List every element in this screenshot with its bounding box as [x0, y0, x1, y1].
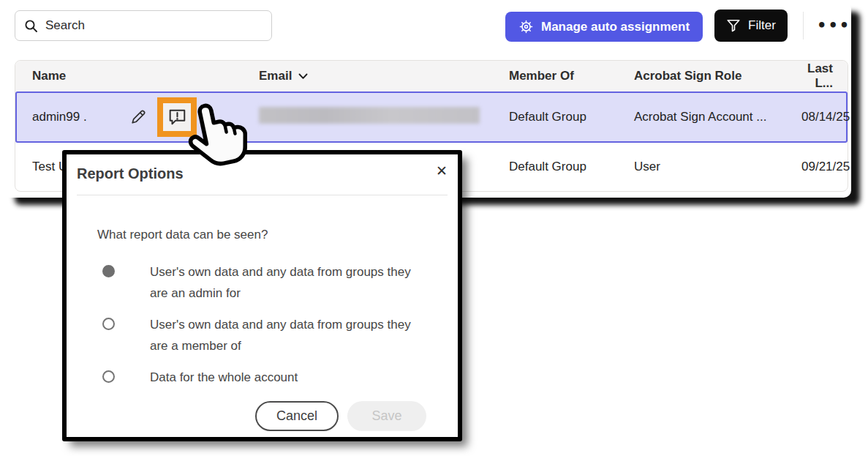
search-icon — [24, 19, 38, 33]
role-cell: User — [634, 160, 801, 174]
dialog-body: What report data can be seen? User's own… — [67, 195, 458, 388]
cancel-button[interactable]: Cancel — [255, 401, 339, 431]
column-header-last-login[interactable]: Last L... — [801, 61, 848, 91]
table-header-row: Name Email Member Of Acrobat Sign Role L… — [15, 61, 848, 91]
search-input[interactable] — [45, 18, 263, 33]
radio-label[interactable]: User's own data and any data from groups… — [150, 314, 415, 356]
column-header-name[interactable]: Name — [32, 69, 259, 83]
radio-label[interactable]: User's own data and any data from groups… — [150, 261, 415, 304]
role-cell: Acrobat Sign Account ... — [634, 110, 801, 124]
page: Manage auto assignment Filter ••• Name E… — [0, 0, 868, 456]
manage-auto-assignment-button[interactable]: Manage auto assignment — [505, 12, 703, 42]
dialog-actions: Cancel Save — [255, 401, 426, 431]
last-login-cell: 09/21/25 — [801, 160, 864, 174]
report-options-highlight — [157, 97, 197, 137]
filter-label: Filter — [748, 18, 776, 33]
toolbar-divider — [803, 12, 804, 40]
user-name: admin99 . — [32, 110, 87, 124]
radio-unselected[interactable] — [102, 318, 115, 330]
last-login-cell: 08/14/25 — [801, 110, 864, 124]
member-of-cell: Default Group — [509, 110, 634, 124]
close-icon[interactable]: ✕ — [436, 162, 448, 179]
report-options-dialog: Report Options ✕ What report data can be… — [62, 150, 462, 441]
column-header-email[interactable]: Email — [259, 69, 509, 83]
funnel-icon — [726, 18, 741, 33]
radio-option-whole-account: Data for the whole account — [102, 367, 443, 388]
table-row[interactable]: admin99 . — [15, 91, 848, 143]
column-header-acrobat-sign-role[interactable]: Acrobat Sign Role — [634, 69, 801, 83]
dialog-question: What report data can be seen? — [97, 228, 443, 242]
dialog-divider — [77, 195, 448, 195]
radio-unselected[interactable] — [102, 370, 115, 383]
manage-auto-assignment-label: Manage auto assignment — [541, 20, 690, 34]
user-name-cell: admin99 . — [32, 97, 259, 137]
column-header-member-of[interactable]: Member Of — [509, 69, 634, 83]
radio-option-admin-groups: User's own data and any data from groups… — [102, 261, 443, 304]
user-email-cell — [259, 107, 509, 127]
report-alert-bubble-icon — [167, 107, 187, 127]
dialog-title: Report Options — [77, 165, 184, 182]
dialog-header: Report Options ✕ — [67, 154, 458, 195]
report-options-button[interactable] — [163, 103, 191, 131]
search-box[interactable] — [15, 10, 272, 41]
pencil-icon — [129, 108, 147, 126]
radio-option-member-groups: User's own data and any data from groups… — [102, 314, 443, 356]
filter-button[interactable]: Filter — [714, 10, 788, 42]
more-options-button[interactable]: ••• — [817, 12, 849, 40]
redacted-email — [259, 107, 480, 124]
edit-user-button[interactable] — [129, 108, 147, 126]
save-button[interactable]: Save — [347, 401, 426, 431]
gear-icon — [518, 19, 534, 34]
member-of-cell: Default Group — [509, 160, 634, 174]
column-header-email-label: Email — [259, 69, 292, 83]
radio-selected[interactable] — [102, 265, 115, 277]
radio-label[interactable]: Data for the whole account — [150, 367, 298, 388]
chevron-down-icon — [298, 73, 308, 80]
